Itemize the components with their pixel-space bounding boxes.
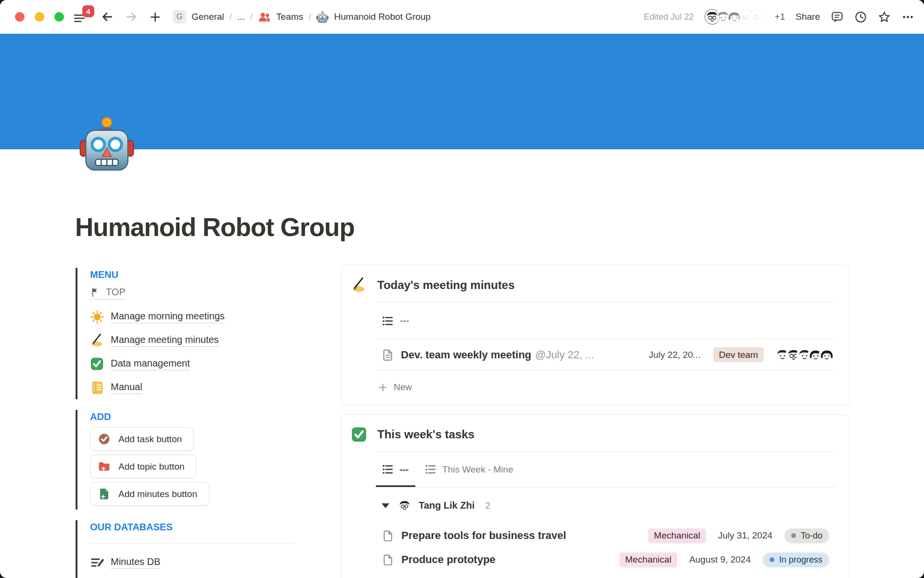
task-row[interactable]: Produce prototype Mechanical August 9, 2… (382, 548, 829, 572)
avatar (819, 347, 835, 363)
task-row[interactable]: Prepare tools for business travel Mechan… (382, 524, 829, 548)
sidebar-toggle-button[interactable]: 4 (73, 7, 90, 26)
document-icon (382, 530, 394, 542)
sidebar-item-data-management[interactable]: Data management (90, 352, 306, 376)
menu-link-label[interactable]: Manual (111, 381, 142, 394)
status-badge[interactable]: To-do (784, 528, 829, 543)
updates-button[interactable] (854, 11, 867, 24)
meeting-title[interactable]: Dev. team weekly meeting (401, 349, 531, 361)
assignee-avatar (398, 499, 411, 512)
menu-link-label[interactable]: Manage morning meetings (111, 311, 225, 323)
meeting-row[interactable]: Dev. team weekly meeting @July 22, ... J… (382, 340, 835, 370)
ellipsis-icon (903, 16, 913, 18)
page-sidebar-column: MENU TOP Manage morning meetings Manage … (76, 268, 306, 578)
minutes-db-label[interactable]: Minutes DB (111, 556, 160, 569)
breadcrumb-teams[interactable]: Teams (276, 12, 303, 22)
close-window-button[interactable] (15, 12, 25, 22)
task-title[interactable]: Produce prototype (401, 553, 496, 566)
window-toolbar: 4 G General / ... / Teams / Humano (0, 0, 924, 34)
minimize-window-button[interactable] (35, 12, 44, 22)
back-button[interactable] (101, 11, 114, 23)
forward-button[interactable] (125, 11, 138, 23)
sidebar-item-meeting-minutes[interactable]: Manage meeting minutes (90, 328, 306, 352)
status-dot-icon (791, 533, 796, 538)
section-divider (90, 543, 294, 543)
robot-icon (316, 11, 329, 23)
comment-icon (832, 12, 842, 22)
arrow-right-icon (127, 13, 135, 20)
menu-link-label[interactable]: Data management (111, 358, 190, 370)
database-edit-icon (90, 555, 104, 570)
weekly-tasks-card: This week's tasks --- This Week - Mine T… (341, 414, 850, 578)
menu-link-label[interactable]: Manage meeting minutes (111, 334, 219, 347)
assignee-name[interactable]: Tang Lik Zhi (419, 500, 475, 511)
page-title[interactable]: Humanoid Robot Group (75, 212, 355, 242)
writing-hand-icon (351, 277, 367, 293)
breadcrumb-general[interactable]: General (192, 12, 224, 22)
red-folder-plus-icon (98, 460, 111, 473)
team-tag[interactable]: Dev team (713, 347, 764, 362)
page-icon-robot[interactable] (78, 116, 135, 173)
app-window: 4 G General / ... / Teams / Humano (0, 0, 924, 578)
writing-hand-icon (90, 333, 104, 348)
meeting-date-cell[interactable]: July 22, 20... (649, 350, 701, 360)
favorite-button[interactable] (878, 11, 891, 24)
sidebar-item-minutes-db[interactable]: Minutes DB (90, 550, 306, 575)
due-date[interactable]: July 31, 2024 (718, 530, 772, 541)
page-cover[interactable] (0, 34, 924, 149)
add-topic-button[interactable]: Add topic button (90, 455, 196, 478)
notification-badge: 4 (82, 5, 94, 17)
meeting-minutes-card: Today's meeting minutes --- Dev. team we… (341, 265, 850, 405)
attendee-avatars[interactable] (774, 347, 835, 363)
tasks-card-title[interactable]: This week's tasks (377, 428, 475, 441)
more-viewers-count[interactable]: +1 (775, 12, 785, 22)
list-view-icon (382, 463, 394, 475)
collapse-toggle-icon[interactable] (382, 503, 389, 508)
task-title[interactable]: Prepare tools for business travel (401, 529, 566, 542)
ledger-icon (90, 381, 104, 395)
sun-icon (90, 310, 104, 324)
arrow-left-icon (103, 13, 111, 20)
comments-button[interactable] (831, 11, 844, 24)
new-minutes-button[interactable]: New (378, 370, 849, 404)
green-check-icon (90, 357, 104, 371)
share-button[interactable]: Share (796, 12, 820, 22)
task-properties: Mechanical July 31, 2024 To-do (648, 528, 829, 543)
breadcrumb-separator: / (308, 12, 311, 22)
add-minutes-button[interactable]: Add minutes button (90, 482, 209, 506)
sidebar-item-morning-meetings[interactable]: Manage morning meetings (90, 305, 306, 328)
breadcrumb-separator: / (250, 12, 253, 22)
due-date[interactable]: August 9, 2024 (689, 554, 751, 565)
green-check-icon (351, 426, 367, 443)
category-tag[interactable]: Mechanical (619, 552, 677, 567)
document-icon (382, 349, 394, 361)
minutes-card-header: Today's meeting minutes (341, 265, 849, 302)
breadcrumb-ellipsis[interactable]: ... (237, 12, 245, 22)
workspace-chip[interactable]: G (173, 10, 186, 24)
traffic-lights (15, 12, 64, 22)
avatar-letter[interactable]: D (749, 9, 764, 25)
minutes-view-tab[interactable]: --- (382, 302, 849, 339)
task-properties: Mechanical August 9, 2024 In progress (619, 552, 829, 567)
tab-this-week-mine[interactable]: This Week - Mine (421, 452, 517, 487)
star-icon (879, 12, 889, 21)
green-file-plus-icon (98, 487, 111, 500)
breadcrumb: G General / ... / Teams / Humanoid Robot… (173, 10, 431, 24)
status-badge[interactable]: In progress (763, 552, 829, 567)
add-task-button[interactable]: Add task button (90, 427, 194, 451)
tab-default-view[interactable]: --- (376, 452, 415, 487)
assignee-group-row: Tang Lik Zhi 2 (382, 487, 849, 524)
plus-icon (378, 382, 388, 393)
meeting-title-mention: @July 22, ... (535, 349, 594, 361)
sidebar-item-manual[interactable]: Manual (90, 376, 306, 399)
minutes-card-title[interactable]: Today's meeting minutes (377, 278, 514, 292)
breadcrumb-page[interactable]: Humanoid Robot Group (334, 12, 431, 22)
more-options-button[interactable] (901, 11, 914, 24)
category-tag[interactable]: Mechanical (648, 528, 706, 543)
breadcrumb-separator: / (230, 12, 232, 22)
sidebar-item-top[interactable]: TOP (90, 281, 306, 305)
zoom-window-button[interactable] (54, 12, 64, 22)
list-view-icon (424, 463, 436, 475)
new-tab-button[interactable] (149, 11, 161, 23)
tasks-card-header: This week's tasks (341, 415, 849, 451)
